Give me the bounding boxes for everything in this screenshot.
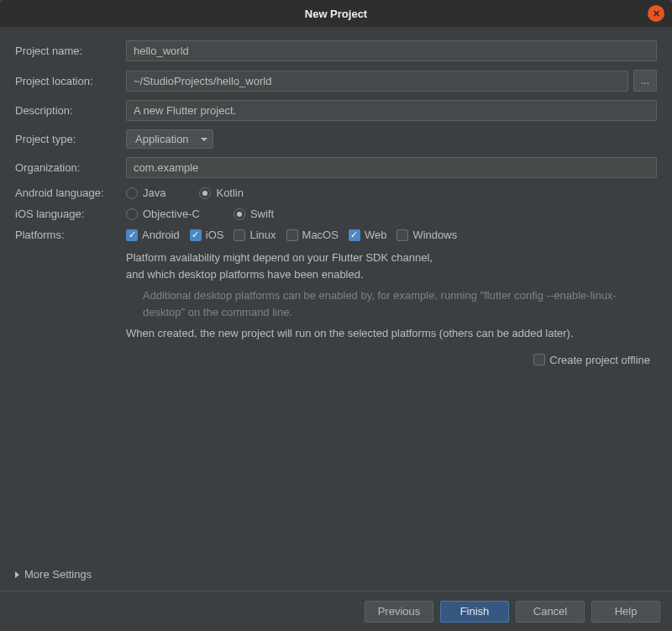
check-android-label: Android [142, 229, 180, 241]
chevron-down-icon [201, 138, 207, 141]
check-linux-label: Linux [249, 229, 276, 241]
project-location-label: Project location: [15, 75, 126, 87]
check-macos-label: MacOS [302, 229, 339, 241]
check-windows-label: Windows [412, 229, 457, 241]
ios-language-label: iOS language: [15, 208, 126, 220]
check-web-label: Web [365, 229, 387, 241]
check-icon [234, 229, 245, 241]
info-additional: Additional desktop platforms can be enab… [143, 287, 657, 320]
organization-input[interactable] [126, 157, 657, 178]
info-block: Platform availability might depend on yo… [126, 250, 657, 342]
radio-kotlin[interactable]: Kotlin [199, 187, 244, 199]
project-type-select[interactable]: Application [126, 129, 213, 149]
project-name-input[interactable] [126, 40, 657, 61]
description-input[interactable] [126, 100, 657, 121]
radio-icon [234, 208, 245, 220]
radio-kotlin-label: Kotlin [216, 187, 244, 199]
radio-swift[interactable]: Swift [234, 208, 274, 220]
radio-swift-label: Swift [250, 208, 274, 220]
form-content: Project name: Project location: ... Desc… [0, 27, 672, 366]
check-icon [396, 229, 408, 241]
check-icon: ✓ [126, 229, 138, 241]
project-type-value: Application [135, 133, 189, 145]
window-title: New Project [305, 8, 367, 20]
more-settings-label: More Settings [24, 568, 92, 581]
radio-icon [126, 208, 138, 220]
project-type-label: Project type: [15, 133, 126, 145]
more-settings-toggle[interactable]: More Settings [15, 568, 92, 581]
radio-icon [126, 187, 138, 199]
radio-objc[interactable]: Objective-C [126, 208, 200, 220]
help-button[interactable]: Help [591, 601, 660, 623]
check-web[interactable]: ✓ Web [349, 229, 387, 241]
radio-objc-label: Objective-C [143, 208, 200, 220]
android-language-label: Android language: [15, 187, 126, 199]
check-offline[interactable]: Create project offline [533, 354, 650, 366]
browse-button[interactable]: ... [633, 70, 657, 92]
radio-java-label: Java [143, 187, 165, 199]
chevron-right-icon [15, 571, 19, 578]
check-ios-label: iOS [206, 229, 224, 241]
check-windows[interactable]: Windows [396, 229, 457, 241]
radio-icon [199, 187, 211, 199]
close-icon[interactable]: ✕ [648, 5, 664, 22]
button-bar: Previous Finish Cancel Help [0, 591, 672, 631]
platforms-label: Platforms: [15, 229, 126, 241]
check-linux[interactable]: Linux [234, 229, 276, 241]
check-icon [286, 229, 298, 241]
radio-java[interactable]: Java [126, 187, 165, 199]
check-ios[interactable]: ✓ iOS [190, 229, 224, 241]
check-icon: ✓ [349, 229, 360, 241]
cancel-button[interactable]: Cancel [516, 601, 585, 623]
description-label: Description: [15, 104, 126, 117]
check-icon: ✓ [190, 229, 202, 241]
organization-label: Organization: [15, 161, 126, 174]
check-offline-label: Create project offline [549, 354, 650, 366]
info-when-created: When created, the new project will run o… [126, 325, 657, 342]
info-availability: Platform availability might depend on yo… [126, 250, 657, 282]
project-name-label: Project name: [15, 45, 126, 57]
check-icon [533, 354, 545, 365]
check-android[interactable]: ✓ Android [126, 229, 180, 241]
check-macos[interactable]: MacOS [286, 229, 339, 241]
finish-button[interactable]: Finish [440, 601, 509, 623]
project-location-input[interactable] [126, 71, 628, 92]
titlebar: New Project ✕ [0, 0, 672, 27]
previous-button[interactable]: Previous [365, 601, 433, 623]
